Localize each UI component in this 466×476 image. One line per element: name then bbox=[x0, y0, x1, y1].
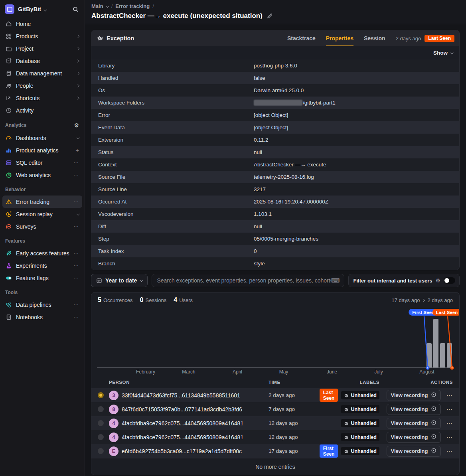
property-value: [object Object] bbox=[254, 124, 288, 130]
sidebar: GitByBit Home Products Project bbox=[0, 0, 85, 476]
property-row: Statusnull bbox=[91, 146, 459, 158]
more-icon[interactable]: ⋯ bbox=[73, 172, 79, 178]
people-icon bbox=[5, 83, 12, 89]
property-value: /gitbybit-part1 bbox=[254, 100, 336, 106]
row-more-menu[interactable]: ⋯ bbox=[446, 434, 453, 441]
sidebar-item-notebooks[interactable]: Notebooks ⋯ bbox=[2, 311, 82, 323]
gear-icon[interactable]: ⚙ bbox=[74, 122, 79, 128]
more-icon[interactable]: ⋯ bbox=[73, 275, 79, 281]
row-more-menu[interactable]: ⋯ bbox=[446, 448, 453, 455]
property-row: Workspace Folders/gitbybit-part1 bbox=[91, 97, 459, 109]
search-input[interactable] bbox=[157, 277, 331, 284]
avatar: 4 bbox=[109, 419, 118, 428]
occurrence-row[interactable]: 333f0f4d40473d63fcf75...61134849b5588511… bbox=[91, 388, 459, 402]
person-id[interactable]: 847f6d0c715053f97a0b...077141ad3cdb42b3f… bbox=[122, 406, 265, 413]
occurrence-labels: Unhandled bbox=[324, 433, 379, 441]
property-row: Vscodeversion1.103.1 bbox=[91, 208, 459, 220]
sidebar-item-dashboards[interactable]: Dashboards bbox=[2, 132, 82, 144]
sidebar-item-product-analytics[interactable]: Product analytics + bbox=[2, 144, 82, 156]
more-icon[interactable]: ⋯ bbox=[73, 314, 79, 320]
sidebar-item-people[interactable]: People bbox=[2, 79, 82, 92]
sidebar-item-data-pipelines[interactable]: Data pipelines ⋯ bbox=[2, 298, 82, 311]
property-key: Library bbox=[91, 63, 254, 69]
more-icon[interactable]: ⋯ bbox=[73, 223, 79, 229]
internal-users-filter[interactable]: Filter out internal and test users ⚙ bbox=[348, 274, 460, 287]
row-radio[interactable] bbox=[98, 448, 104, 454]
internal-users-toggle[interactable] bbox=[444, 277, 455, 284]
sidebar-item-shortcuts[interactable]: Shortcuts bbox=[2, 92, 82, 104]
person-id[interactable]: 4facbfdba9ce7962c075...440456950809a4164… bbox=[122, 420, 265, 427]
tab-properties[interactable]: Properties bbox=[326, 30, 353, 46]
more-icon[interactable]: ⋯ bbox=[73, 302, 79, 308]
plus-icon[interactable]: + bbox=[75, 147, 79, 154]
sidebar-item-session-replay[interactable]: Session replay bbox=[2, 208, 82, 220]
property-value: 2025-08-16T19:20:47.000000Z bbox=[254, 199, 328, 205]
sidebar-item-experiments[interactable]: Experiments ⋯ bbox=[2, 259, 82, 272]
occurrence-row[interactable]: Ee6fd6b492754b5b3ca09...c1719a2a1d5d7dff… bbox=[91, 444, 459, 458]
more-icon[interactable]: ⋯ bbox=[73, 263, 79, 269]
show-dropdown[interactable]: Show bbox=[91, 46, 459, 59]
row-radio[interactable] bbox=[98, 392, 104, 398]
date-range-button[interactable]: Year to date bbox=[91, 274, 148, 287]
chevron-right-icon bbox=[76, 96, 79, 99]
property-row: Libraryposthog-php 3.6.0 bbox=[91, 59, 459, 72]
workspace-logo-icon bbox=[5, 4, 14, 14]
gear-icon[interactable]: ⚙ bbox=[435, 277, 440, 284]
occurrence-row[interactable]: 44facbfdba9ce7962c075...440456950809a416… bbox=[91, 430, 459, 444]
person-id[interactable]: 4facbfdba9ce7962c075...440456950809a4164… bbox=[122, 434, 265, 440]
view-recording-button[interactable]: View recording bbox=[387, 390, 441, 401]
tab-stacktrace[interactable]: Stacktrace bbox=[287, 30, 316, 46]
row-radio[interactable] bbox=[98, 420, 104, 426]
more-icon[interactable]: ⋯ bbox=[73, 250, 79, 256]
property-key: Context bbox=[91, 162, 254, 168]
occurrence-actions: View recording⋯ bbox=[383, 432, 453, 443]
property-row: Source Filetelemetry-2025-08-16.log bbox=[91, 171, 459, 183]
shortcut-arrow-icon bbox=[5, 95, 12, 101]
view-recording-button[interactable]: View recording bbox=[387, 432, 441, 443]
person-id[interactable]: 33f0f4d40473d63fcf75...61134849b55885116… bbox=[122, 392, 265, 399]
row-radio[interactable] bbox=[98, 434, 104, 440]
person-id[interactable]: e6fd6b492754b5b3ca09...c1719a2a1d5d7dff0… bbox=[122, 448, 265, 454]
col-person: PERSON bbox=[109, 380, 265, 385]
view-recording-button[interactable]: View recording bbox=[387, 404, 441, 415]
row-more-menu[interactable]: ⋯ bbox=[446, 406, 453, 413]
workspace-name[interactable]: GitByBit bbox=[18, 6, 41, 12]
tab-session[interactable]: Session bbox=[364, 30, 385, 46]
sidebar-item-early-access-features[interactable]: Early access features ⋯ bbox=[2, 247, 82, 259]
property-row: ContextAbstractChecker —→ execute bbox=[91, 158, 459, 171]
sidebar-item-database[interactable]: Database bbox=[2, 55, 82, 67]
row-more-menu[interactable]: ⋯ bbox=[446, 420, 453, 427]
edit-pencil-icon[interactable] bbox=[267, 13, 273, 19]
breadcrumb-error-tracking[interactable]: Error tracking bbox=[115, 3, 150, 9]
view-recording-button[interactable]: View recording bbox=[387, 418, 441, 429]
sidebar-item-surveys[interactable]: Surveys ⋯ bbox=[2, 220, 82, 233]
breadcrumb-main[interactable]: Main bbox=[91, 3, 103, 9]
row-more-menu[interactable]: ⋯ bbox=[446, 392, 453, 399]
chevron-right-icon bbox=[76, 47, 79, 50]
sidebar-item-web-analytics[interactable]: Web analytics ⋯ bbox=[2, 169, 82, 181]
sidebar-item-error-tracking[interactable]: Error tracking ⋯ bbox=[2, 196, 82, 208]
home-icon bbox=[5, 21, 12, 27]
row-radio[interactable] bbox=[98, 406, 104, 412]
more-icon[interactable]: ⋯ bbox=[73, 199, 79, 205]
occurrence-row[interactable]: 44facbfdba9ce7962c075...440456950809a416… bbox=[91, 416, 459, 430]
chevron-down-icon[interactable] bbox=[106, 4, 109, 8]
last-seen-chart-badge: Last Seen bbox=[432, 309, 460, 316]
sidebar-item-products[interactable]: Products bbox=[2, 30, 82, 42]
sidebar-item-project[interactable]: Project bbox=[2, 42, 82, 55]
workspace-chevron-down-icon[interactable] bbox=[44, 6, 46, 13]
sidebar-item-sql-editor[interactable]: SQL editor ⋯ bbox=[2, 156, 82, 169]
property-row: Extversion0.11.2 bbox=[91, 134, 459, 146]
sidebar-item-feature-flags[interactable]: Feature flags ⋯ bbox=[2, 272, 82, 284]
sidebar-item-home[interactable]: Home bbox=[2, 18, 82, 30]
sidebar-item-activity[interactable]: Activity bbox=[2, 104, 82, 117]
keyboard-icon: ⌨ bbox=[331, 277, 340, 284]
property-row: Error[object Object] bbox=[91, 109, 459, 121]
properties-table: Libraryposthog-php 3.6.0HandledfalseOsDa… bbox=[91, 59, 459, 270]
sidebar-item-data-management[interactable]: Data management bbox=[2, 67, 82, 79]
occurrence-row[interactable]: 8847f6d0c715053f97a0b...077141ad3cdb42b3… bbox=[91, 402, 459, 416]
property-key: Workspace Folders bbox=[91, 100, 254, 106]
view-recording-button[interactable]: View recording bbox=[387, 446, 441, 457]
search-icon[interactable] bbox=[72, 6, 79, 13]
more-icon[interactable]: ⋯ bbox=[73, 160, 79, 166]
